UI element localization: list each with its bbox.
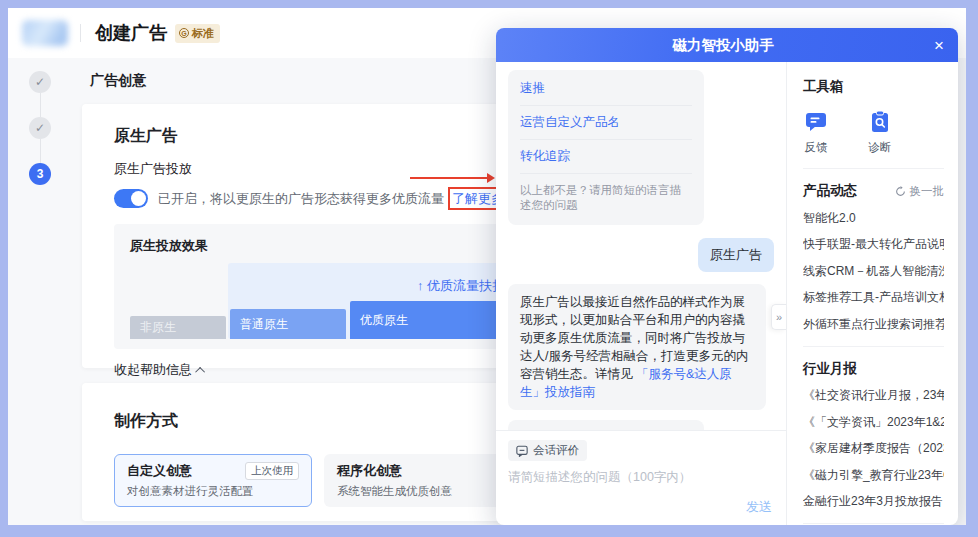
sidebar-divider — [803, 523, 944, 524]
list-item[interactable]: 线索CRM－机器人智能清洗产品... — [803, 263, 944, 280]
feedback-tool[interactable]: 反馈 — [803, 109, 829, 155]
diagnosis-tool[interactable]: 诊断 — [867, 109, 893, 155]
app-logo — [22, 20, 68, 46]
bar-non-native: 非原生 — [130, 316, 226, 339]
option-custom-creative[interactable]: 自定义创意 上次使用 对创意素材进行灵活配置 — [114, 454, 312, 507]
chat-footer: 会话评价 发送 — [496, 430, 786, 525]
quick-link-conversion-tracking[interactable]: 转化追踪 — [520, 140, 692, 174]
chevron-up-icon — [195, 366, 205, 376]
close-icon[interactable]: × — [934, 37, 944, 54]
diagnosis-label: 诊断 — [869, 140, 892, 155]
resolve-feedback-bubble: 是否解决了您的问题? 已解决 未解决 — [508, 420, 704, 430]
list-item[interactable]: 外循环重点行业搜索词推荐 — [803, 316, 944, 333]
toolbox-title: 工具箱 — [803, 78, 944, 96]
assistant-panel: 磁力智投小助手 × 速推 运营自定义产品名 转化追踪 以上都不是？请用简短的语言… — [496, 28, 958, 525]
rate-session-icon — [516, 445, 528, 457]
boost-arrow-icon: ↑ — [417, 278, 424, 293]
feedback-label: 反馈 — [805, 140, 828, 155]
diagnosis-icon — [867, 109, 893, 135]
standard-badge-icon: G — [179, 28, 189, 38]
list-item[interactable]: 快手联盟-最大转化产品说明文档 — [803, 236, 944, 253]
list-item[interactable]: 标签推荐工具-产品培训文档V1.... — [803, 289, 944, 306]
refresh-product-news-button[interactable]: 换一批 — [895, 184, 945, 199]
feedback-icon — [803, 109, 829, 135]
quick-links-bubble: 速推 运营自定义产品名 转化追踪 以上都不是？请用简短的语言描述您的问题 — [508, 70, 704, 225]
section-title-product-news: 产品动态 — [803, 182, 857, 200]
refresh-label: 换一批 — [910, 184, 945, 199]
assistant-sidebar: 工具箱 反馈 诊断 产品动态 — [787, 62, 958, 525]
option-custom-title: 自定义创意 — [127, 462, 192, 480]
header-divider — [80, 24, 81, 42]
send-button[interactable]: 发送 — [746, 498, 772, 516]
step-rail: ✓ ✓ 3 — [29, 71, 51, 185]
annotation-arrow — [410, 177, 488, 179]
native-ad-status-text: 已开启，将以更原生的广告形态获得更多优质流量 — [158, 190, 444, 208]
quick-link-custom-product-name[interactable]: 运营自定义产品名 — [520, 106, 692, 140]
step-1-done[interactable]: ✓ — [29, 71, 51, 93]
option-programmatic-title: 程序化创意 — [337, 462, 402, 480]
list-item[interactable]: 《磁力引擎_教育行业23年Q1季... — [803, 467, 944, 484]
collapse-help-label: 收起帮助信息 — [114, 361, 192, 379]
app-window: 创建广告 G 标准 ✓ ✓ 3 广告创意 原生广告 原生广告投放 已开启，将以更… — [8, 8, 966, 525]
sidebar-divider — [803, 168, 944, 169]
option-programmatic-desc: 系统智能生成优质创意 — [337, 484, 509, 499]
page-title: 创建广告 — [95, 21, 167, 45]
list-item[interactable]: 《家居建材季度报告（2023Q1... — [803, 440, 944, 457]
quick-link-speed-push[interactable]: 速推 — [520, 72, 692, 106]
native-ad-toggle[interactable] — [114, 189, 148, 208]
assistant-panel-header: 磁力智投小助手 × — [496, 28, 958, 62]
screenshot-frame: 创建广告 G 标准 ✓ ✓ 3 广告创意 原生广告 原生广告投放 已开启，将以更… — [0, 0, 978, 537]
step-3-current[interactable]: 3 — [29, 163, 51, 185]
boost-label-text: 优质流量扶持 — [427, 278, 505, 293]
step-2-done[interactable]: ✓ — [29, 117, 51, 139]
option-custom-desc: 对创意素材进行灵活配置 — [127, 484, 299, 499]
sidebar-divider — [803, 346, 944, 347]
refresh-icon — [895, 186, 906, 197]
list-item[interactable]: 《社交资讯行业月报，23年持续... — [803, 387, 944, 404]
panel-collapse-tab[interactable]: » — [771, 304, 786, 330]
list-item[interactable]: 《「文学资讯」2023年1&2行... — [803, 414, 944, 431]
rate-session-button[interactable]: 会话评价 — [508, 440, 587, 461]
standard-badge: G 标准 — [175, 24, 220, 43]
toolbox-tools: 反馈 诊断 — [803, 109, 944, 155]
bot-answer-bubble: 原生广告以最接近自然作品的样式作为展现形式，以更加贴合平台和用户的内容撬动更多原… — [508, 284, 766, 410]
user-message-bubble: 原生广告 — [698, 238, 774, 272]
bar-normal-native: 普通原生 — [230, 309, 346, 339]
quick-links-hint: 以上都不是？请用简短的语言描述您的问题 — [520, 174, 692, 223]
toggle-knob — [131, 191, 146, 206]
rate-session-label: 会话评价 — [533, 443, 579, 458]
assistant-title: 磁力智投小助手 — [672, 36, 774, 55]
option-programmatic-creative[interactable]: 程序化创意 系统智能生成优质创意 — [324, 454, 522, 507]
standard-badge-label: 标准 — [192, 26, 214, 41]
step-connector — [40, 139, 41, 163]
chat-input[interactable] — [508, 469, 774, 503]
chat-column: 速推 运营自定义产品名 转化追踪 以上都不是？请用简短的语言描述您的问题 原生广… — [496, 62, 787, 525]
list-item[interactable]: 智能化2.0 — [803, 210, 944, 227]
chat-messages: 速推 运营自定义产品名 转化追踪 以上都不是？请用简短的语言描述您的问题 原生广… — [496, 62, 786, 430]
step-connector — [40, 93, 41, 117]
last-used-badge: 上次使用 — [245, 462, 299, 480]
list-item[interactable]: 金融行业23年3月投放报告 — [803, 493, 944, 510]
section-title-industry-reports: 行业月报 — [803, 360, 857, 378]
assistant-body: 速推 运营自定义产品名 转化追踪 以上都不是？请用简短的语言描述您的问题 原生广… — [496, 62, 958, 525]
